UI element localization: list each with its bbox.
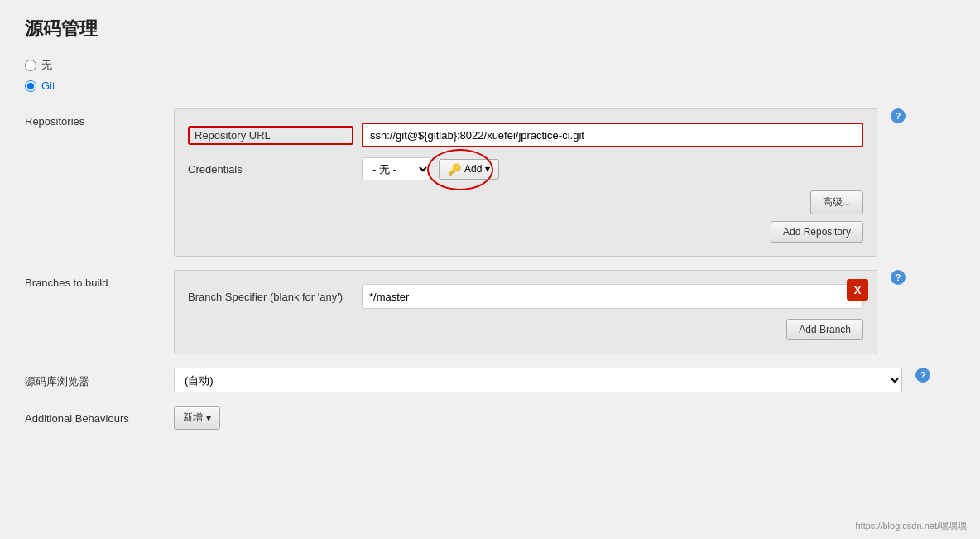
add-branch-btn-row: Add Branch <box>188 319 863 340</box>
repositories-panel: Repository URL Credentials - 无 - 🔑 Add▾ <box>174 108 877 257</box>
repositories-section: Repositories Repository URL Credentials … <box>25 108 955 257</box>
branches-section: Branches to build X Branch Specifier (bl… <box>25 270 955 354</box>
add-new-button[interactable]: 新增 ▾ <box>174 406 220 430</box>
page-container: 源码管理 无 Git Repositories Repository URL C… <box>0 0 980 539</box>
repositories-label: Repositories <box>25 108 174 128</box>
additional-behaviours-label: Additional Behaviours <box>25 406 174 425</box>
credentials-select[interactable]: - 无 - <box>362 157 430 180</box>
radio-none[interactable]: 无 <box>25 58 955 73</box>
add-credentials-label: Add <box>464 163 482 175</box>
key-icon: 🔑 <box>448 163 461 176</box>
repo-url-label: Repository URL <box>188 126 353 145</box>
source-browser-help-icon[interactable]: ? <box>915 368 930 383</box>
branch-specifier-input[interactable] <box>362 284 863 309</box>
footer-url: https://blog.csdn.net/嘿嘿嘿 <box>855 520 967 532</box>
branches-label: Branches to build <box>25 270 174 289</box>
additional-behaviours-section: Additional Behaviours 新增 ▾ <box>25 406 955 430</box>
repo-url-input[interactable] <box>362 123 863 147</box>
repositories-help-icon[interactable]: ? <box>891 108 906 123</box>
add-credentials-button[interactable]: 🔑 Add▾ <box>439 159 499 180</box>
repo-url-row: Repository URL <box>188 123 863 147</box>
source-browser-label: 源码库浏览器 <box>25 368 174 389</box>
branches-outer: X Branch Specifier (blank for 'any') Add… <box>174 270 906 354</box>
repositories-outer: Repository URL Credentials - 无 - 🔑 Add▾ <box>174 108 906 257</box>
credentials-row: Credentials - 无 - 🔑 Add▾ <box>188 157 863 180</box>
add-new-chevron: ▾ <box>206 412 211 424</box>
page-title: 源码管理 <box>25 17 955 41</box>
source-browser-outer: (自动) ? <box>174 368 930 392</box>
repositories-btn-row: 高级... <box>188 190 863 214</box>
source-browser-section: 源码库浏览器 (自动) ? <box>25 368 955 392</box>
radio-git-label: Git <box>41 79 55 92</box>
add-repository-button[interactable]: Add Repository <box>771 221 863 243</box>
radio-none-label: 无 <box>41 58 52 73</box>
branch-specifier-row: Branch Specifier (blank for 'any') <box>188 284 863 309</box>
credentials-label: Credentials <box>188 163 353 176</box>
radio-git-input[interactable] <box>25 80 36 92</box>
radio-git[interactable]: Git <box>25 79 955 92</box>
source-browser-select[interactable]: (自动) <box>174 368 902 392</box>
branch-specifier-label: Branch Specifier (blank for 'any') <box>188 291 353 303</box>
radio-none-input[interactable] <box>25 60 36 71</box>
add-repository-btn-row: Add Repository <box>188 221 863 243</box>
remove-branch-button[interactable]: X <box>847 279 868 301</box>
add-new-label: 新增 <box>183 411 203 425</box>
additional-behaviours-outer: 新增 ▾ <box>174 406 220 430</box>
branches-help-icon[interactable]: ? <box>891 270 906 285</box>
advanced-button[interactable]: 高级... <box>810 190 863 214</box>
branches-panel: X Branch Specifier (blank for 'any') Add… <box>174 270 877 354</box>
add-branch-button[interactable]: Add Branch <box>786 319 863 340</box>
